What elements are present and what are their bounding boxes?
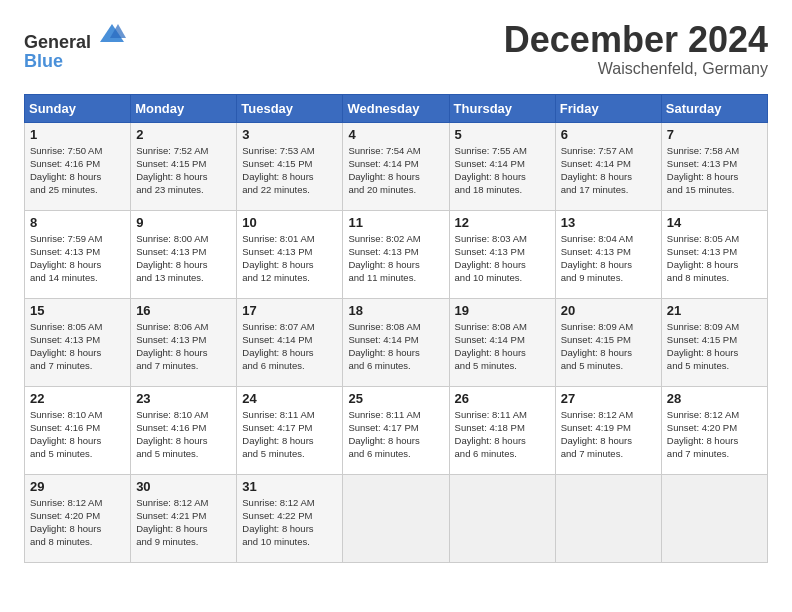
day-number: 21 — [667, 303, 762, 318]
day-info: Sunrise: 8:12 AM Sunset: 4:20 PM Dayligh… — [667, 408, 762, 461]
day-cell: 11Sunrise: 8:02 AM Sunset: 4:13 PM Dayli… — [343, 210, 449, 298]
day-info: Sunrise: 8:05 AM Sunset: 4:13 PM Dayligh… — [667, 232, 762, 285]
day-number: 20 — [561, 303, 656, 318]
day-info: Sunrise: 8:09 AM Sunset: 4:15 PM Dayligh… — [667, 320, 762, 373]
day-cell: 25Sunrise: 8:11 AM Sunset: 4:17 PM Dayli… — [343, 386, 449, 474]
day-number: 4 — [348, 127, 443, 142]
day-info: Sunrise: 7:54 AM Sunset: 4:14 PM Dayligh… — [348, 144, 443, 197]
day-cell: 21Sunrise: 8:09 AM Sunset: 4:15 PM Dayli… — [661, 298, 767, 386]
day-info: Sunrise: 7:50 AM Sunset: 4:16 PM Dayligh… — [30, 144, 125, 197]
day-number: 26 — [455, 391, 550, 406]
day-number: 15 — [30, 303, 125, 318]
day-cell — [555, 474, 661, 562]
day-cell: 5Sunrise: 7:55 AM Sunset: 4:14 PM Daylig… — [449, 122, 555, 210]
calendar-table: SundayMondayTuesdayWednesdayThursdayFrid… — [24, 94, 768, 563]
logo-blue: Blue — [24, 51, 63, 71]
week-row-2: 8Sunrise: 7:59 AM Sunset: 4:13 PM Daylig… — [25, 210, 768, 298]
day-cell: 22Sunrise: 8:10 AM Sunset: 4:16 PM Dayli… — [25, 386, 131, 474]
weekday-header-wednesday: Wednesday — [343, 94, 449, 122]
day-number: 8 — [30, 215, 125, 230]
day-info: Sunrise: 8:09 AM Sunset: 4:15 PM Dayligh… — [561, 320, 656, 373]
day-number: 12 — [455, 215, 550, 230]
day-info: Sunrise: 8:08 AM Sunset: 4:14 PM Dayligh… — [455, 320, 550, 373]
day-number: 13 — [561, 215, 656, 230]
day-cell — [661, 474, 767, 562]
day-cell: 1Sunrise: 7:50 AM Sunset: 4:16 PM Daylig… — [25, 122, 131, 210]
day-number: 23 — [136, 391, 231, 406]
logo-icon — [98, 20, 126, 48]
day-cell: 9Sunrise: 8:00 AM Sunset: 4:13 PM Daylig… — [131, 210, 237, 298]
day-cell: 8Sunrise: 7:59 AM Sunset: 4:13 PM Daylig… — [25, 210, 131, 298]
day-cell: 15Sunrise: 8:05 AM Sunset: 4:13 PM Dayli… — [25, 298, 131, 386]
day-info: Sunrise: 8:00 AM Sunset: 4:13 PM Dayligh… — [136, 232, 231, 285]
day-cell: 17Sunrise: 8:07 AM Sunset: 4:14 PM Dayli… — [237, 298, 343, 386]
day-number: 9 — [136, 215, 231, 230]
day-info: Sunrise: 8:10 AM Sunset: 4:16 PM Dayligh… — [30, 408, 125, 461]
day-cell: 3Sunrise: 7:53 AM Sunset: 4:15 PM Daylig… — [237, 122, 343, 210]
weekday-header-saturday: Saturday — [661, 94, 767, 122]
day-cell — [343, 474, 449, 562]
day-number: 17 — [242, 303, 337, 318]
day-cell: 7Sunrise: 7:58 AM Sunset: 4:13 PM Daylig… — [661, 122, 767, 210]
day-number: 2 — [136, 127, 231, 142]
day-info: Sunrise: 8:12 AM Sunset: 4:19 PM Dayligh… — [561, 408, 656, 461]
day-number: 31 — [242, 479, 337, 494]
day-info: Sunrise: 8:11 AM Sunset: 4:17 PM Dayligh… — [348, 408, 443, 461]
day-cell: 16Sunrise: 8:06 AM Sunset: 4:13 PM Dayli… — [131, 298, 237, 386]
weekday-header-sunday: Sunday — [25, 94, 131, 122]
page-header: General Blue December 2024 Waischenfeld,… — [24, 20, 768, 78]
day-info: Sunrise: 7:53 AM Sunset: 4:15 PM Dayligh… — [242, 144, 337, 197]
month-title: December 2024 — [504, 20, 768, 60]
day-info: Sunrise: 8:12 AM Sunset: 4:21 PM Dayligh… — [136, 496, 231, 549]
weekday-header-row: SundayMondayTuesdayWednesdayThursdayFrid… — [25, 94, 768, 122]
day-cell: 29Sunrise: 8:12 AM Sunset: 4:20 PM Dayli… — [25, 474, 131, 562]
day-number: 5 — [455, 127, 550, 142]
week-row-4: 22Sunrise: 8:10 AM Sunset: 4:16 PM Dayli… — [25, 386, 768, 474]
day-cell: 26Sunrise: 8:11 AM Sunset: 4:18 PM Dayli… — [449, 386, 555, 474]
weekday-header-monday: Monday — [131, 94, 237, 122]
day-number: 16 — [136, 303, 231, 318]
day-number: 14 — [667, 215, 762, 230]
day-cell: 24Sunrise: 8:11 AM Sunset: 4:17 PM Dayli… — [237, 386, 343, 474]
day-info: Sunrise: 8:05 AM Sunset: 4:13 PM Dayligh… — [30, 320, 125, 373]
day-info: Sunrise: 7:52 AM Sunset: 4:15 PM Dayligh… — [136, 144, 231, 197]
day-cell: 18Sunrise: 8:08 AM Sunset: 4:14 PM Dayli… — [343, 298, 449, 386]
day-info: Sunrise: 8:01 AM Sunset: 4:13 PM Dayligh… — [242, 232, 337, 285]
day-cell: 31Sunrise: 8:12 AM Sunset: 4:22 PM Dayli… — [237, 474, 343, 562]
day-info: Sunrise: 8:07 AM Sunset: 4:14 PM Dayligh… — [242, 320, 337, 373]
day-cell: 27Sunrise: 8:12 AM Sunset: 4:19 PM Dayli… — [555, 386, 661, 474]
day-cell: 12Sunrise: 8:03 AM Sunset: 4:13 PM Dayli… — [449, 210, 555, 298]
title-block: December 2024 Waischenfeld, Germany — [504, 20, 768, 78]
day-info: Sunrise: 8:12 AM Sunset: 4:20 PM Dayligh… — [30, 496, 125, 549]
day-number: 19 — [455, 303, 550, 318]
day-cell: 19Sunrise: 8:08 AM Sunset: 4:14 PM Dayli… — [449, 298, 555, 386]
logo: General Blue — [24, 20, 126, 71]
day-number: 6 — [561, 127, 656, 142]
day-cell: 2Sunrise: 7:52 AM Sunset: 4:15 PM Daylig… — [131, 122, 237, 210]
day-number: 25 — [348, 391, 443, 406]
day-number: 3 — [242, 127, 337, 142]
day-info: Sunrise: 8:06 AM Sunset: 4:13 PM Dayligh… — [136, 320, 231, 373]
day-cell: 14Sunrise: 8:05 AM Sunset: 4:13 PM Dayli… — [661, 210, 767, 298]
day-cell: 28Sunrise: 8:12 AM Sunset: 4:20 PM Dayli… — [661, 386, 767, 474]
day-number: 18 — [348, 303, 443, 318]
day-cell: 23Sunrise: 8:10 AM Sunset: 4:16 PM Dayli… — [131, 386, 237, 474]
day-number: 7 — [667, 127, 762, 142]
day-cell: 10Sunrise: 8:01 AM Sunset: 4:13 PM Dayli… — [237, 210, 343, 298]
day-number: 30 — [136, 479, 231, 494]
day-info: Sunrise: 8:11 AM Sunset: 4:18 PM Dayligh… — [455, 408, 550, 461]
location-title: Waischenfeld, Germany — [504, 60, 768, 78]
day-cell: 30Sunrise: 8:12 AM Sunset: 4:21 PM Dayli… — [131, 474, 237, 562]
day-number: 22 — [30, 391, 125, 406]
day-number: 28 — [667, 391, 762, 406]
day-info: Sunrise: 7:59 AM Sunset: 4:13 PM Dayligh… — [30, 232, 125, 285]
week-row-5: 29Sunrise: 8:12 AM Sunset: 4:20 PM Dayli… — [25, 474, 768, 562]
day-number: 29 — [30, 479, 125, 494]
day-info: Sunrise: 7:57 AM Sunset: 4:14 PM Dayligh… — [561, 144, 656, 197]
logo-general: General — [24, 32, 91, 52]
day-info: Sunrise: 7:58 AM Sunset: 4:13 PM Dayligh… — [667, 144, 762, 197]
day-number: 24 — [242, 391, 337, 406]
day-number: 1 — [30, 127, 125, 142]
day-info: Sunrise: 8:10 AM Sunset: 4:16 PM Dayligh… — [136, 408, 231, 461]
day-number: 10 — [242, 215, 337, 230]
